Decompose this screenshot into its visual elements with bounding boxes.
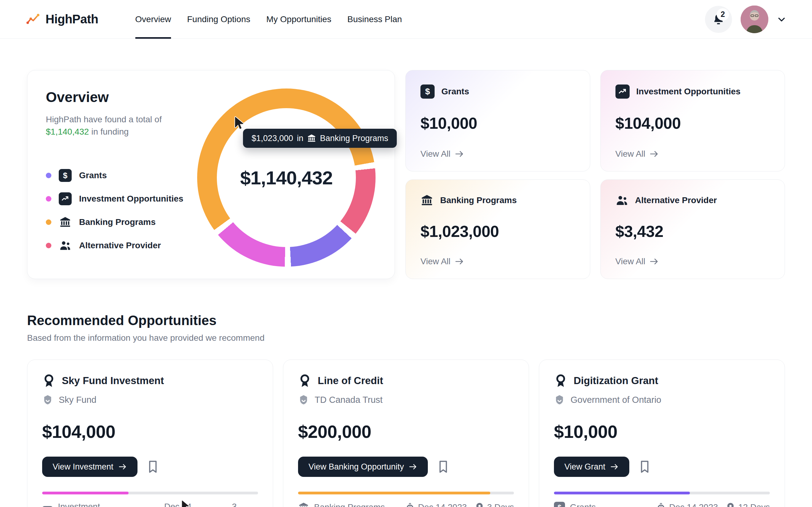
legend-dot bbox=[46, 196, 51, 202]
bookmark-icon[interactable] bbox=[147, 460, 158, 473]
arrow-right-icon bbox=[455, 258, 464, 265]
deadline-progress-bar bbox=[42, 492, 258, 494]
stat-card-header: Investment Opportunities bbox=[615, 84, 770, 99]
stat-card-title: Banking Programs bbox=[440, 195, 517, 205]
category-label: Banking Programs bbox=[314, 502, 385, 507]
people-icon bbox=[615, 194, 628, 207]
stat-card-value: $10,000 bbox=[420, 114, 575, 132]
provider-name: Sky Fund bbox=[59, 395, 97, 405]
stat-card-investment-opportunities: Investment Opportunities $104,000 View A… bbox=[600, 70, 785, 171]
legend-label: Investment Opportunities bbox=[79, 194, 183, 204]
trend-up-square-icon bbox=[615, 84, 629, 99]
opportunity-title-row: Line of Credit bbox=[298, 373, 514, 388]
stat-card-value: $3,432 bbox=[615, 222, 770, 241]
button-label: View Investment bbox=[53, 462, 113, 472]
arrow-right-icon bbox=[409, 463, 417, 470]
stat-card-header: $ Grants bbox=[420, 84, 575, 99]
dollar-square-icon: $ bbox=[554, 502, 565, 507]
notifications-button[interactable]: 2 bbox=[705, 6, 732, 33]
provider-name: Government of Ontario bbox=[570, 395, 661, 405]
subtitle-amount: $1,140,432 bbox=[46, 127, 89, 136]
tooltip-preposition: in bbox=[297, 134, 303, 143]
view-all-investments-link[interactable]: View All bbox=[615, 149, 659, 159]
bank-icon bbox=[298, 502, 309, 507]
logo-trend-icon bbox=[26, 13, 41, 26]
arrow-right-icon bbox=[118, 463, 127, 470]
view-all-banking-link[interactable]: View All bbox=[420, 257, 464, 266]
bookmark-icon[interactable] bbox=[438, 460, 449, 473]
tab-overview[interactable]: Overview bbox=[135, 0, 171, 39]
trend-up-square-icon bbox=[59, 192, 72, 205]
category-tag: Banking Programs bbox=[298, 502, 385, 507]
legend-dot bbox=[46, 243, 51, 248]
opportunity-footer: $ Grants Dec 14 2023 12 Days bbox=[554, 502, 770, 507]
tab-funding-options[interactable]: Funding Options bbox=[187, 0, 250, 39]
tab-business-plan[interactable]: Business Plan bbox=[347, 0, 402, 39]
stat-card-banking-programs: Banking Programs $1,023,000 View All bbox=[405, 179, 590, 279]
view-all-alternative-link[interactable]: View All bbox=[615, 257, 659, 266]
opportunity-title-row: Digitization Grant bbox=[554, 373, 770, 388]
mouse-cursor-icon bbox=[233, 116, 245, 129]
stat-card-title: Grants bbox=[441, 87, 469, 97]
arrow-right-icon bbox=[610, 463, 619, 470]
opportunity-title-row: Sky Fund Investment bbox=[42, 373, 258, 388]
deadline-info: Dec 14 2023 12 Days bbox=[656, 502, 770, 507]
funding-donut-chart[interactable]: $1,140,432 bbox=[197, 89, 375, 267]
view-all-label: View All bbox=[420, 257, 451, 266]
view-all-label: View All bbox=[420, 149, 451, 159]
stat-card-title: Alternative Provider bbox=[635, 195, 717, 205]
chart-tooltip: $1,023,000 in Banking Programs bbox=[243, 129, 397, 148]
opportunity-actions: View Investment bbox=[42, 457, 258, 477]
category-label: Investment Opportunities bbox=[58, 502, 151, 507]
subtitle-suffix: in funding bbox=[89, 127, 129, 136]
verified-provider-icon bbox=[298, 394, 309, 405]
verified-provider-icon bbox=[554, 394, 565, 405]
days-left: 3 Days bbox=[487, 502, 514, 507]
brand-logo[interactable]: HighPath bbox=[26, 12, 98, 26]
overview-title: Overview bbox=[46, 89, 395, 105]
donut-total: $1,140,432 bbox=[240, 167, 333, 189]
main-tabs: Overview Funding Options My Opportunitie… bbox=[135, 0, 402, 39]
people-icon bbox=[59, 239, 72, 252]
bookmark-icon[interactable] bbox=[639, 460, 650, 473]
recommended-subtitle: Based from the information you have prov… bbox=[27, 333, 785, 343]
view-banking-opportunity-button[interactable]: View Banking Opportunity bbox=[298, 457, 428, 477]
arrow-right-icon bbox=[650, 150, 659, 158]
stat-card-title: Investment Opportunities bbox=[637, 87, 741, 97]
deadline-info: Dec 14 2023 3 Days bbox=[405, 502, 514, 507]
recommended-section: Recommended Opportunities Based from the… bbox=[0, 313, 812, 507]
date-item: Dec 14 2023 bbox=[405, 502, 467, 507]
category-tag: Investment Opportunities bbox=[42, 502, 152, 507]
opportunity-card-sky-fund-investment: Sky Fund Investment Sky Fund $104,000 Vi… bbox=[27, 359, 273, 507]
stat-card-value: $1,023,000 bbox=[420, 222, 575, 241]
stat-card-value: $104,000 bbox=[615, 114, 770, 132]
category-tag: $ Grants bbox=[554, 502, 596, 507]
opportunity-card-line-of-credit: Line of Credit TD Canada Trust $200,000 … bbox=[283, 359, 529, 507]
opportunity-amount: $104,000 bbox=[42, 421, 258, 442]
tab-my-opportunities[interactable]: My Opportunities bbox=[266, 0, 332, 39]
highpath-dashboard: HighPath Overview Funding Options My Opp… bbox=[0, 0, 812, 507]
opportunity-actions: View Grant bbox=[554, 457, 770, 477]
days-left-item: 12 Days bbox=[726, 502, 770, 507]
opportunity-title: Line of Credit bbox=[318, 375, 383, 387]
button-label: View Grant bbox=[564, 462, 605, 472]
arrow-right-icon bbox=[650, 258, 659, 265]
view-all-grants-link[interactable]: View All bbox=[420, 149, 464, 159]
stat-card-header: Banking Programs bbox=[420, 194, 575, 207]
view-investment-button[interactable]: View Investment bbox=[42, 457, 138, 477]
user-avatar[interactable] bbox=[741, 5, 768, 33]
view-grant-button[interactable]: View Grant bbox=[554, 457, 629, 477]
deadline-info: Dec 14 2023 3 Days bbox=[152, 502, 258, 507]
opportunity-actions: View Banking Opportunity bbox=[298, 457, 514, 477]
award-icon bbox=[42, 373, 56, 388]
opportunity-title: Digitization Grant bbox=[574, 375, 658, 387]
chevron-down-icon[interactable] bbox=[777, 15, 786, 24]
award-icon bbox=[554, 373, 567, 388]
opportunity-footer: Banking Programs Dec 14 2023 3 Days bbox=[298, 502, 514, 507]
legend-dot bbox=[46, 219, 51, 225]
dollar-square-icon: $ bbox=[420, 84, 435, 99]
bank-icon bbox=[420, 194, 434, 207]
days-left-item: 3 Days bbox=[475, 502, 514, 507]
opportunity-provider-row: TD Canada Trust bbox=[298, 394, 514, 405]
map-pin-icon bbox=[726, 502, 735, 507]
